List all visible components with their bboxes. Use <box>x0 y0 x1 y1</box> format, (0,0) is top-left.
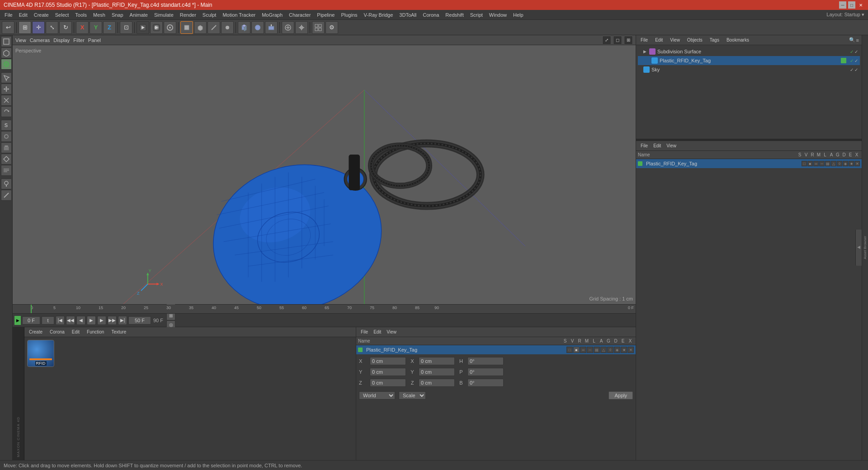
attr-toggle-r[interactable]: ═ <box>580 347 586 353</box>
lower-toggle-m[interactable]: ─ <box>819 161 825 166</box>
menu-render[interactable]: Render <box>177 11 199 19</box>
menu-edit[interactable]: Edit <box>16 11 30 19</box>
mat-menu-corona[interactable]: Corona <box>48 329 66 335</box>
frame-all-button[interactable]: ⊡ <box>120 21 132 34</box>
menu-file[interactable]: File <box>2 11 15 19</box>
attr-y-pos[interactable] <box>370 368 406 376</box>
menu-help[interactable]: Help <box>510 11 526 19</box>
undo-button[interactable]: ↩ <box>2 21 14 34</box>
rotate-button[interactable]: ↻ <box>59 21 72 34</box>
lower-menu-view[interactable]: View <box>665 143 678 149</box>
mat-menu-function[interactable]: Function <box>85 329 106 335</box>
model-mode-left-btn[interactable] <box>1 36 12 47</box>
menu-plugins[interactable]: Plugins <box>338 11 360 19</box>
polygon-mode-button[interactable] <box>194 21 207 34</box>
obj-menu-objects[interactable]: Objects <box>685 37 704 43</box>
lower-toggle-s[interactable]: □ <box>802 161 807 166</box>
lower-toggle-r[interactable]: ═ <box>813 161 819 166</box>
left-btn-s[interactable]: S <box>1 120 12 131</box>
attr-toggle-d[interactable]: ◈ <box>614 347 620 353</box>
attr-obj-row[interactable]: Plastic_RFID_Key_Tag □ ■ ═ ─ ▤ △ ◊ ◈ <box>356 345 636 354</box>
obj-menu-bookmarks[interactable]: Bookmarks <box>725 37 751 43</box>
attr-b-rot[interactable] <box>467 379 504 387</box>
next-keyframe-btn[interactable]: ▶▶ <box>108 316 117 325</box>
obj-menu-tags[interactable]: Tags <box>708 37 721 43</box>
settings-button[interactable]: ⚙ <box>326 21 338 34</box>
attr-menu-file[interactable]: File <box>359 329 370 335</box>
lower-toggle-l[interactable]: ▤ <box>825 161 830 166</box>
right-sidebar-collapse-tab[interactable]: ▶ <box>855 230 862 266</box>
attr-menu-edit[interactable]: Edit <box>372 329 383 335</box>
menu-sculpt[interactable]: Sculpt <box>200 11 219 19</box>
scale-button[interactable]: ⤡ <box>46 21 58 34</box>
menu-pipeline[interactable]: Pipeline <box>314 11 337 19</box>
attr-menu-view[interactable]: View <box>385 329 398 335</box>
edge-mode-button[interactable] <box>208 21 220 34</box>
z-axis-button[interactable]: Z <box>103 21 116 34</box>
coord-space-dropdown[interactable]: World <box>359 391 395 400</box>
new-material-button[interactable] <box>282 21 294 34</box>
obj-row-rfid[interactable]: Plastic_RFID_Key_Tag ✓ ✓ <box>638 56 860 65</box>
knife-tool-btn[interactable] <box>1 190 12 201</box>
obj-menu-view[interactable]: View <box>668 37 682 43</box>
asset-browser-tab[interactable]: Asset Browser <box>862 35 868 460</box>
attr-toggle-s[interactable]: □ <box>566 347 573 353</box>
lower-toggle-e[interactable]: ★ <box>849 161 854 166</box>
cube-primitive-button[interactable] <box>238 21 250 34</box>
viewport-menu-cameras[interactable]: Cameras <box>30 38 50 43</box>
obj-filter-btn[interactable]: ≡ <box>856 38 859 43</box>
viewport-menu-display[interactable]: Display <box>53 38 70 43</box>
attr-z-size[interactable] <box>419 379 455 387</box>
menu-snap[interactable]: Snap <box>109 11 126 19</box>
lower-menu-edit[interactable]: Edit <box>651 143 663 149</box>
mesh-mode-left-btn[interactable] <box>1 47 12 58</box>
viewport-split-btn[interactable]: ⊞ <box>624 36 633 45</box>
viewport-menu-panel[interactable]: Panel <box>88 38 101 43</box>
maximize-button[interactable]: □ <box>848 1 855 9</box>
obj-row-subdivision[interactable]: ▶ Subdivision Surface ✓ ✓ <box>638 47 860 56</box>
attr-toggle-m[interactable]: ─ <box>587 347 593 353</box>
attr-toggle-l[interactable]: ▤ <box>594 347 600 353</box>
menu-tools[interactable]: Tools <box>72 11 90 19</box>
menu-corona[interactable]: Corona <box>420 11 442 19</box>
go-to-end-btn[interactable]: ▶| <box>118 316 127 325</box>
attr-toggle-x[interactable]: ✕ <box>627 347 634 353</box>
menu-vray[interactable]: V-Ray Bridge <box>361 11 396 19</box>
lower-toggle-x[interactable]: ✕ <box>854 161 860 166</box>
attr-y-size[interactable] <box>419 368 455 376</box>
viewport-frame-btn[interactable]: ◻ <box>613 36 622 45</box>
lower-obj-row-rfid[interactable]: Plastic_RFID_Key_Tag □ ■ ═ ─ ▤ △ ◊ ◈ ★ ✕ <box>636 159 862 168</box>
attr-x-size[interactable] <box>419 357 455 365</box>
obj-search-btn[interactable]: 🔍 <box>849 37 855 43</box>
point-mode-button[interactable] <box>221 21 234 34</box>
snap-enable-button[interactable] <box>295 21 308 34</box>
brush-tool-btn[interactable] <box>1 179 12 189</box>
obj-menu-file[interactable]: File <box>639 37 650 43</box>
mat-menu-texture[interactable]: Texture <box>109 329 128 335</box>
lower-toggle-a[interactable]: △ <box>831 161 836 166</box>
menu-character[interactable]: Character <box>286 11 313 19</box>
go-to-start-btn[interactable]: |◀ <box>56 316 65 325</box>
lower-toggle-v[interactable]: ■ <box>807 161 813 166</box>
prev-keyframe-btn[interactable]: ◀◀ <box>66 316 75 325</box>
left-btn-poly[interactable] <box>1 154 12 164</box>
left-btn-script[interactable] <box>1 165 12 176</box>
extrude-button[interactable] <box>265 21 278 34</box>
x-axis-button[interactable]: X <box>76 21 89 34</box>
y-axis-button[interactable]: Y <box>90 21 102 34</box>
lower-toggle-g[interactable]: ◊ <box>837 161 842 166</box>
viewport-maximize-btn[interactable]: ⤢ <box>602 36 611 45</box>
paint-mode-left-btn[interactable] <box>1 59 12 70</box>
3d-viewport[interactable]: X Y Z Perspective Grid Spacing <box>13 45 636 304</box>
attr-x-pos[interactable] <box>370 357 406 365</box>
menu-window[interactable]: Window <box>486 11 509 19</box>
obj-menu-edit[interactable]: Edit <box>653 37 665 43</box>
scale-dropdown[interactable]: Scale <box>399 391 426 400</box>
menu-script[interactable]: Script <box>467 11 486 19</box>
menu-redshift[interactable]: Redshift <box>443 11 466 19</box>
mat-menu-edit[interactable]: Edit <box>70 329 81 335</box>
prev-frame-btn[interactable]: ◀ <box>76 316 85 325</box>
lower-toggle-d[interactable]: ◈ <box>843 161 848 166</box>
viewport-menu-view[interactable]: View <box>15 38 26 43</box>
obj-row-sky[interactable]: Sky ✓ ✓ <box>638 65 860 74</box>
